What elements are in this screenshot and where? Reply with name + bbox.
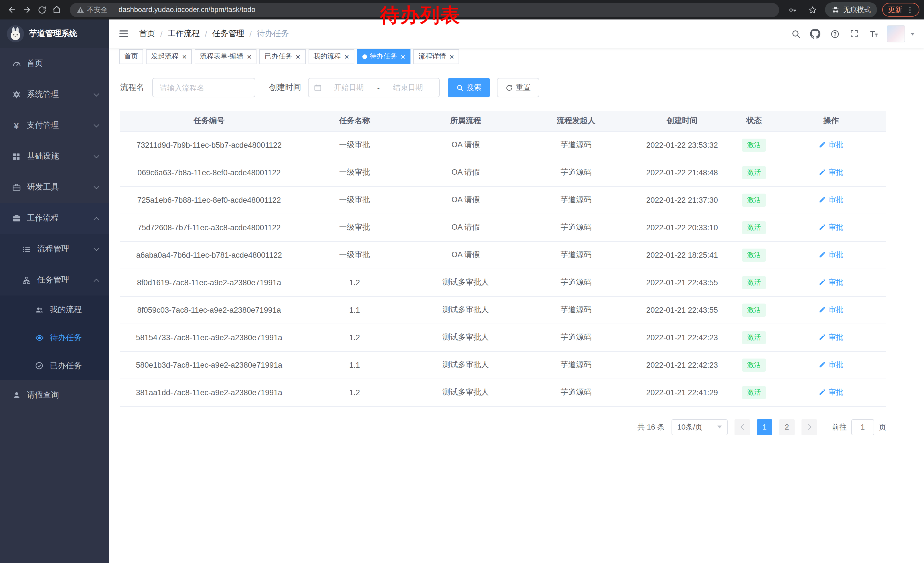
tab[interactable]: 已办任务× — [260, 49, 305, 64]
font-size-icon[interactable] — [865, 25, 882, 42]
tab-close-icon[interactable]: × — [296, 53, 300, 60]
active-tab-dot — [362, 54, 367, 59]
cell-process: OA 请假 — [411, 186, 520, 214]
process-name-input[interactable] — [152, 78, 255, 98]
status-badge: 激活 — [742, 386, 766, 399]
sidebar-item-infrastructure[interactable]: 基础设施 — [0, 141, 109, 172]
sidebar-item-task-management[interactable]: 任务管理 — [0, 264, 109, 296]
browser-update-button[interactable]: 更新 — [882, 3, 920, 17]
sidebar-item-done-tasks[interactable]: 已办任务 — [0, 352, 109, 380]
cell-task-name: 一级审批 — [298, 186, 411, 214]
page-button-1[interactable]: 1 — [757, 419, 772, 435]
chevron-left-icon — [740, 424, 746, 430]
approve-button[interactable]: 审批 — [819, 140, 843, 150]
cell-process: 测试多审批人 — [411, 324, 520, 351]
password-key-icon[interactable] — [785, 2, 800, 17]
breadcrumb-item[interactable]: 首页 — [139, 29, 155, 39]
cell-task-name: 一级审批 — [298, 131, 411, 159]
goto-page-input[interactable] — [851, 419, 874, 435]
browser-home-icon[interactable] — [49, 2, 64, 17]
cell-create-time: 2022-01-22 21:37:30 — [632, 186, 732, 214]
tab-close-icon[interactable]: × — [449, 53, 454, 60]
status-badge: 激活 — [742, 221, 766, 234]
sidebar-item-leave-query[interactable]: 请假查询 — [0, 380, 109, 411]
browser-menu-icon[interactable] — [906, 6, 914, 14]
approve-button[interactable]: 审批 — [819, 195, 843, 205]
approve-button[interactable]: 审批 — [819, 222, 843, 233]
tab[interactable]: 发起流程× — [146, 49, 192, 64]
browser-back-icon[interactable] — [4, 2, 20, 17]
page-size-select[interactable]: 10条/页 — [672, 419, 728, 435]
approve-button[interactable]: 审批 — [819, 387, 843, 398]
tab-label: 已办任务 — [265, 51, 292, 61]
approve-button[interactable]: 审批 — [819, 360, 843, 370]
cell-starter: 芋道源码 — [520, 186, 632, 214]
sidebar-item-todo-tasks[interactable]: 待办任务 — [0, 324, 109, 352]
browser-refresh-icon[interactable] — [34, 2, 49, 17]
create-time-range-picker[interactable]: 开始日期 - 结束日期 — [308, 78, 440, 98]
approve-button[interactable]: 审批 — [819, 277, 843, 288]
status-badge: 激活 — [742, 166, 766, 179]
approve-button[interactable]: 审批 — [819, 332, 843, 342]
briefcase-icon — [12, 213, 21, 223]
col-process: 所属流程 — [411, 111, 520, 131]
cell-status: 激活 — [732, 186, 776, 214]
fullscreen-icon[interactable] — [846, 25, 863, 42]
tab-close-icon[interactable]: × — [401, 53, 405, 60]
tab-close-icon[interactable]: × — [182, 53, 187, 60]
approve-button[interactable]: 审批 — [819, 167, 843, 177]
sidebar-item-system-management[interactable]: 系统管理 — [0, 79, 109, 110]
avatar[interactable] — [887, 25, 905, 42]
browser-forward-icon[interactable] — [20, 2, 34, 17]
avatar-caret-icon[interactable] — [910, 32, 915, 35]
users-icon — [34, 305, 44, 314]
sidebar-item-process-management[interactable]: 流程管理 — [0, 234, 109, 264]
tab[interactable]: 流程表单-编辑× — [195, 49, 256, 64]
sidebar-item-payment-management[interactable]: ¥ 支付管理 — [0, 110, 109, 141]
tab-label: 我的流程 — [314, 51, 341, 61]
github-icon[interactable] — [807, 25, 824, 42]
tab[interactable]: 流程详情× — [413, 49, 459, 64]
approve-button[interactable]: 审批 — [819, 250, 843, 260]
cell-process: OA 请假 — [411, 241, 520, 269]
sidebar-item-dev-tools[interactable]: 研发工具 — [0, 172, 109, 203]
approve-button[interactable]: 审批 — [819, 305, 843, 315]
tab-close-icon[interactable]: × — [344, 53, 349, 60]
search-icon[interactable] — [787, 25, 804, 42]
bookmark-star-icon[interactable] — [805, 2, 820, 17]
sidebar-item-my-process[interactable]: 我的流程 — [0, 296, 109, 324]
search-button[interactable]: 搜索 — [448, 78, 490, 98]
sidebar-item-workflow[interactable]: 工作流程 — [0, 203, 109, 234]
cell-task-name: 一级审批 — [298, 159, 411, 186]
tab[interactable]: 待办任务× — [357, 49, 411, 64]
cell-actions: 审批 — [776, 378, 886, 406]
cell-create-time: 2022-01-22 18:25:41 — [632, 241, 732, 269]
tab-close-icon[interactable]: × — [247, 53, 251, 60]
breadcrumb-item[interactable]: 工作流程 — [168, 29, 200, 39]
app-logo-bar[interactable]: 芋道管理系统 — [0, 20, 109, 48]
tab[interactable]: 首页 — [119, 49, 143, 64]
sidebar-item-home[interactable]: 首页 — [0, 48, 109, 79]
hamburger-icon[interactable] — [118, 27, 130, 40]
cell-create-time: 2022-01-21 22:42:23 — [632, 324, 732, 351]
filter-bar: 流程名 创建时间 开始日期 - 结束日期 搜索 重 — [120, 78, 886, 98]
prev-page-button[interactable] — [735, 419, 750, 435]
divider — [113, 6, 113, 14]
tab-label: 待办任务 — [370, 51, 397, 61]
table-header-row: 任务编号 任务名称 所属流程 流程发起人 创建时间 状态 操作 — [120, 111, 886, 131]
next-page-button[interactable] — [801, 419, 817, 435]
page-content: 流程名 创建时间 开始日期 - 结束日期 搜索 重 — [109, 65, 924, 563]
tab-label: 首页 — [124, 51, 138, 61]
table-row: 381aa1dd-7ac8-11ec-a9e2-a2380e71991a1.2测… — [120, 378, 886, 406]
reset-button[interactable]: 重置 — [497, 78, 539, 98]
tab[interactable]: 我的流程× — [308, 49, 354, 64]
breadcrumb-item[interactable]: 任务管理 — [212, 29, 244, 39]
incognito-badge: 无痕模式 — [825, 2, 877, 17]
sidebar-item-label: 我的流程 — [50, 305, 100, 315]
cell-actions: 审批 — [776, 269, 886, 296]
cell-task-name: 一级审批 — [298, 214, 411, 241]
cell-status: 激活 — [732, 324, 776, 351]
help-icon[interactable] — [826, 25, 843, 42]
cell-status: 激活 — [732, 269, 776, 296]
page-button-2[interactable]: 2 — [779, 419, 795, 435]
